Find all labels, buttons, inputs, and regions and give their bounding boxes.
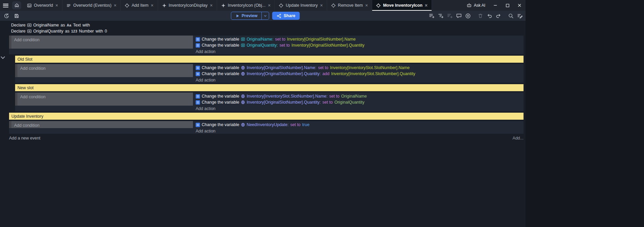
tab-overworld[interactable]: Overworld × xyxy=(23,0,62,11)
home-button[interactable] xyxy=(12,1,21,9)
add-action-button[interactable]: Add action xyxy=(196,78,215,82)
add-condition-button[interactable]: Add condition xyxy=(14,38,40,42)
close-tab-icon[interactable]: × xyxy=(210,3,213,8)
action-row[interactable]: Change the variable Inventory[OriginalSl… xyxy=(196,99,524,105)
action-row[interactable]: Change the variable Inventory[OriginalSl… xyxy=(196,65,524,71)
main-menu-button[interactable] xyxy=(0,0,11,11)
scene-icon xyxy=(27,3,32,8)
add-subevent-button[interactable] xyxy=(437,12,445,20)
comment-text: Old Slot xyxy=(17,57,32,62)
variable-declaration-row[interactable]: Declare OriginalQuantity as 123 Number w… xyxy=(11,28,526,34)
add-element-button[interactable] xyxy=(464,12,472,20)
plus-circle-icon xyxy=(465,13,471,19)
add-action-button[interactable]: Add action xyxy=(196,49,215,54)
close-tab-icon[interactable]: × xyxy=(55,3,58,8)
delete-button[interactable] xyxy=(476,12,485,20)
toolbar-left xyxy=(0,12,21,20)
comment-text: Update Inventory xyxy=(11,114,43,119)
undo-button[interactable] xyxy=(485,12,494,20)
add-event-button[interactable] xyxy=(428,12,436,20)
toolbar-right xyxy=(428,12,524,20)
add-condition-button[interactable]: Add condition xyxy=(20,66,46,71)
action-row[interactable]: Change the variable Inventory[OriginalSl… xyxy=(196,71,524,77)
close-tab-icon[interactable]: × xyxy=(267,3,271,8)
collapse-chevron-icon[interactable] xyxy=(1,55,4,58)
add-other-event-button[interactable] xyxy=(446,12,454,20)
tab-label: Add Item xyxy=(132,3,148,8)
global-variable-icon xyxy=(241,94,245,98)
redo-button[interactable] xyxy=(494,12,503,20)
close-tab-icon[interactable]: × xyxy=(113,3,117,8)
action-row[interactable]: Change the variable Inventory[InventoryS… xyxy=(196,93,524,99)
close-tab-icon[interactable]: × xyxy=(320,3,323,8)
change-variable-icon xyxy=(196,100,200,105)
conditions-area[interactable]: Add condition xyxy=(9,36,193,49)
search-button[interactable] xyxy=(507,12,515,20)
search-icon xyxy=(508,13,514,19)
preview-options-button[interactable] xyxy=(261,12,269,19)
add-more-button[interactable]: Add... xyxy=(512,136,524,140)
tab-update-inventory[interactable]: Update Inventory × xyxy=(275,0,327,11)
variable-declaration-row[interactable]: Declare OriginalName as Aa Text with xyxy=(11,22,526,28)
as-word: as xyxy=(65,29,69,34)
conditions-area[interactable]: Add condition xyxy=(15,64,193,77)
conditions-area[interactable]: Add condition xyxy=(15,93,193,106)
home-icon xyxy=(14,3,19,8)
event-settings-button[interactable] xyxy=(516,12,524,20)
default-value: 0 xyxy=(105,29,107,34)
comment-block[interactable]: Old Slot xyxy=(15,56,524,63)
value-expression: OriginalQuantity xyxy=(334,100,364,105)
preview-button[interactable]: Preview xyxy=(231,12,261,19)
variable-name: OriginalName: xyxy=(247,37,274,42)
minimize-button[interactable] xyxy=(489,0,501,11)
tab-label: Overworld (Eventos) xyxy=(73,3,111,8)
titlebar-right: Ask AI xyxy=(462,0,526,11)
value-expression: Inventory[OriginalSlotNumber].Name xyxy=(287,37,355,42)
close-tab-icon[interactable]: × xyxy=(150,3,154,8)
toolbar: Preview Share xyxy=(0,11,526,21)
add-comment-button[interactable] xyxy=(455,12,463,20)
object-icon xyxy=(162,3,167,8)
action-row[interactable]: Change the variable NeedInventoryUpdate:… xyxy=(196,122,524,128)
variable-name: Inventory[OriginalSlotNumber].Name: xyxy=(247,65,316,70)
scene-variable-icon xyxy=(241,37,245,41)
tab-move-inventoryicon[interactable]: Move InventoryIcon × xyxy=(372,0,432,11)
comment-block[interactable]: Update Inventory xyxy=(9,113,524,120)
history-button[interactable] xyxy=(2,12,11,20)
chevron-down-icon xyxy=(263,14,267,18)
tab-inventoryicon-obj[interactable]: InventoryIcon (Obj... × xyxy=(217,0,275,11)
text-type-icon: Aa xyxy=(67,23,71,27)
variable-name: OriginalQuantity xyxy=(33,29,63,34)
conditions-area[interactable]: Add condition xyxy=(9,121,193,128)
save-button[interactable] xyxy=(12,12,21,20)
event-sheet-icon xyxy=(66,3,71,8)
tab-overworld-eventos[interactable]: Overworld (Eventos) × xyxy=(62,0,121,11)
add-action-button[interactable]: Add action xyxy=(196,106,215,111)
with-word: with xyxy=(83,23,90,27)
action-row[interactable]: Change the variable OriginalName: set to… xyxy=(196,36,524,42)
tab-add-item[interactable]: Add Item × xyxy=(121,0,158,11)
global-variable-icon xyxy=(241,72,245,76)
action-prefix: Change the variable xyxy=(202,71,239,76)
operator: set to xyxy=(323,100,333,105)
operator: set to xyxy=(329,94,340,99)
event-block: Add condition Change the variable Origin… xyxy=(9,36,524,54)
ask-ai-button[interactable]: Ask AI xyxy=(462,0,489,11)
add-action-button[interactable]: Add action xyxy=(196,129,215,133)
add-condition-button[interactable]: Add condition xyxy=(20,95,46,99)
comment-block[interactable]: New slot xyxy=(15,84,524,91)
hamburger-icon xyxy=(3,4,8,7)
close-window-button[interactable] xyxy=(513,0,526,11)
tab-inventoryicondisplay[interactable]: InventoryIconDisplay × xyxy=(158,0,217,11)
maximize-button[interactable] xyxy=(501,0,513,11)
add-condition-button[interactable]: Add condition xyxy=(14,123,40,128)
global-variable-icon xyxy=(241,123,245,127)
action-prefix: Change the variable xyxy=(202,100,239,105)
close-tab-icon[interactable]: × xyxy=(365,3,368,8)
global-variable-icon xyxy=(241,100,245,104)
add-new-event-button[interactable]: Add a new event xyxy=(9,136,40,140)
share-button[interactable]: Share xyxy=(272,12,300,20)
close-tab-icon[interactable]: × xyxy=(425,3,428,8)
tab-remove-item[interactable]: Remove Item × xyxy=(327,0,373,11)
action-row[interactable]: Change the variable OriginalQuantity: se… xyxy=(196,42,524,48)
